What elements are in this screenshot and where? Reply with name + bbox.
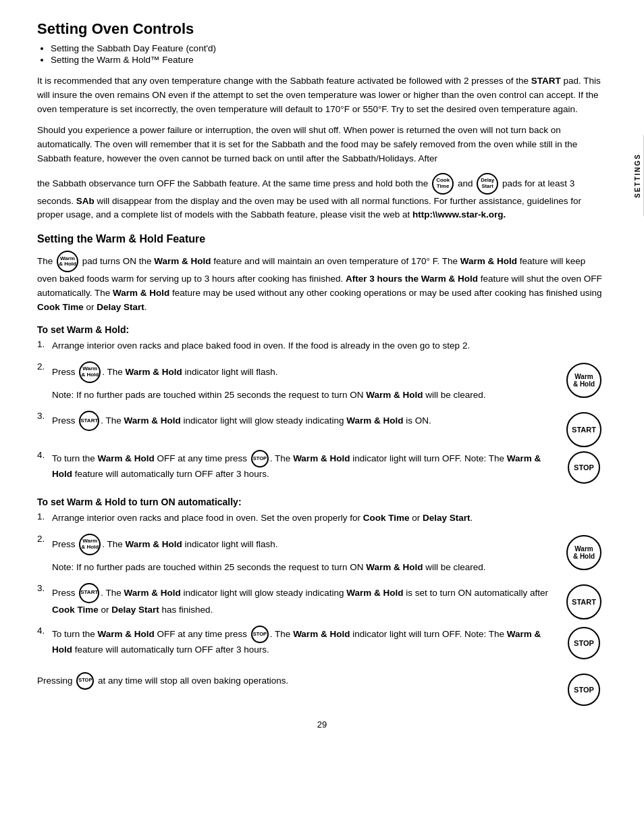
warm-hold-btn-auto-step2: Warm & Hold: [79, 534, 101, 555]
footer-right: STOP: [561, 672, 607, 706]
warm-hold-btn-auto-right-2: Warm & Hold: [566, 535, 601, 570]
step-right-3: START: [561, 411, 607, 447]
step-text-2: Press Warm & Hold . The Warm & Hold indi…: [52, 361, 554, 383]
step-text-4: To turn the Warm & Hold OFF at any time …: [52, 450, 554, 482]
auto-step-row-1: 1. Arrange interior oven racks and place…: [37, 511, 607, 531]
auto-step-left-4: 4. To turn the Warm & Hold OFF at any ti…: [37, 626, 561, 663]
sabbath-para-3: the Sabbath observance turn OFF the Sabb…: [37, 173, 607, 223]
sabbath-para-2: Should you experience a power failure or…: [37, 124, 607, 166]
step-row-4: 4. To turn the Warm & Hold OFF at any ti…: [37, 450, 607, 487]
step-row-1: 1. Arrange interior oven racks and place…: [37, 339, 607, 359]
set-warm-hold-heading: To set Warm & Hold:: [37, 324, 607, 335]
footer-text: Pressing STOP at any time will stop all …: [37, 672, 554, 690]
auto-step-right-3: START: [561, 583, 607, 619]
auto-step-right-4: STOP: [561, 626, 607, 659]
step-right-2: Warm & Hold: [561, 361, 607, 398]
auto-step-row-2: 2. Press Warm & Hold . The Warm & Hold i…: [37, 534, 607, 580]
auto-step-row-3: 3. Press START . The Warm & Hold indicat…: [37, 583, 607, 623]
step-num-4: 4.: [37, 450, 52, 460]
step-right-4: STOP: [561, 450, 607, 484]
step-num-1: 1.: [37, 339, 52, 349]
auto-step-num-1: 1.: [37, 511, 52, 522]
step-text-3: Press START . The Warm & Hold indicator …: [52, 411, 554, 431]
warm-hold-intro: The Warm & Hold pad turns ON the Warm & …: [37, 251, 607, 315]
auto-step-right-2: Warm & Hold: [561, 534, 607, 570]
warm-hold-btn-intro: Warm & Hold: [57, 251, 78, 272]
warm-hold-btn-step2: Warm & Hold: [79, 361, 101, 383]
step-text-1: Arrange interior oven racks and place ba…: [52, 339, 554, 353]
auto-warm-hold-heading: To set Warm & Hold to turn ON automatica…: [37, 497, 607, 507]
start-btn-step3: START: [79, 411, 99, 431]
step-left-3: 3. Press START . The Warm & Hold indicat…: [37, 411, 561, 436]
step-num-3: 3.: [37, 411, 52, 421]
auto-step-left-3: 3. Press START . The Warm & Hold indicat…: [37, 583, 561, 623]
auto-step-num-2: 2.: [37, 534, 52, 544]
auto-step-text-3: Press START . The Warm & Hold indicator …: [52, 583, 554, 617]
auto-step-text-1: Arrange interior oven racks and place fo…: [52, 511, 554, 526]
bullet-item: Setting the Sabbath Day Feature (cont'd): [51, 43, 607, 53]
stop-btn-auto-step4: STOP: [251, 626, 269, 643]
start-btn-right-3: START: [566, 412, 601, 447]
step-num-2: 2.: [37, 361, 52, 372]
step-left-1: 1. Arrange interior oven racks and place…: [37, 339, 561, 359]
start-btn-auto-step3: START: [79, 583, 99, 603]
footer-left: Pressing STOP at any time will stop all …: [37, 672, 561, 696]
page: SETTINGS Setting Oven Controls Setting t…: [0, 0, 644, 837]
sabbath-para-1: It is recommended that any oven temperat…: [37, 74, 607, 117]
step-note-2: Note: If no further pads are touched wit…: [52, 388, 554, 403]
stop-btn-auto-right-4: STOP: [568, 627, 600, 659]
side-tab: SETTINGS: [632, 135, 644, 216]
step-row-2: 2. Press Warm & Hold . The Warm & Hold i…: [37, 361, 607, 408]
auto-step-left-2: 2. Press Warm & Hold . The Warm & Hold i…: [37, 534, 561, 580]
step-right-1: [561, 339, 607, 340]
step-left-4: 4. To turn the Warm & Hold OFF at any ti…: [37, 450, 561, 487]
delay-start-btn-inline: Delay Start: [477, 173, 498, 195]
warm-hold-heading: Setting the Warm & Hold Feature: [37, 233, 607, 245]
auto-step-text-4: To turn the Warm & Hold OFF at any time …: [52, 626, 554, 657]
start-btn-auto-right-3: START: [566, 584, 601, 619]
page-title: Setting Oven Controls: [37, 20, 607, 38]
auto-step-left-1: 1. Arrange interior oven racks and place…: [37, 511, 561, 531]
step-row-3: 3. Press START . The Warm & Hold indicat…: [37, 411, 607, 447]
auto-step-note-2: Note: If no further pads are touched wit…: [52, 561, 554, 575]
stop-btn-footer-right: STOP: [568, 674, 600, 706]
auto-step-num-3: 3.: [37, 583, 52, 593]
bullet-item: Setting the Warm & Hold™ Feature: [51, 55, 607, 65]
footer-row: Pressing STOP at any time will stop all …: [37, 672, 607, 706]
bullet-list: Setting the Sabbath Day Feature (cont'd)…: [51, 43, 607, 65]
warm-hold-btn-right-2: Warm & Hold: [566, 363, 601, 398]
stop-btn-step4: STOP: [251, 450, 269, 467]
cook-time-btn-inline: Cook Time: [432, 173, 454, 195]
stop-btn-right-4: STOP: [568, 451, 600, 484]
page-number: 29: [37, 719, 607, 730]
auto-step-row-4: 4. To turn the Warm & Hold OFF at any ti…: [37, 626, 607, 663]
auto-step-num-4: 4.: [37, 626, 52, 636]
stop-btn-footer: STOP: [76, 672, 94, 690]
auto-step-text-2: Press Warm & Hold . The Warm & Hold indi…: [52, 534, 554, 555]
step-left-2: 2. Press Warm & Hold . The Warm & Hold i…: [37, 361, 561, 408]
auto-step-right-1: [561, 511, 607, 513]
